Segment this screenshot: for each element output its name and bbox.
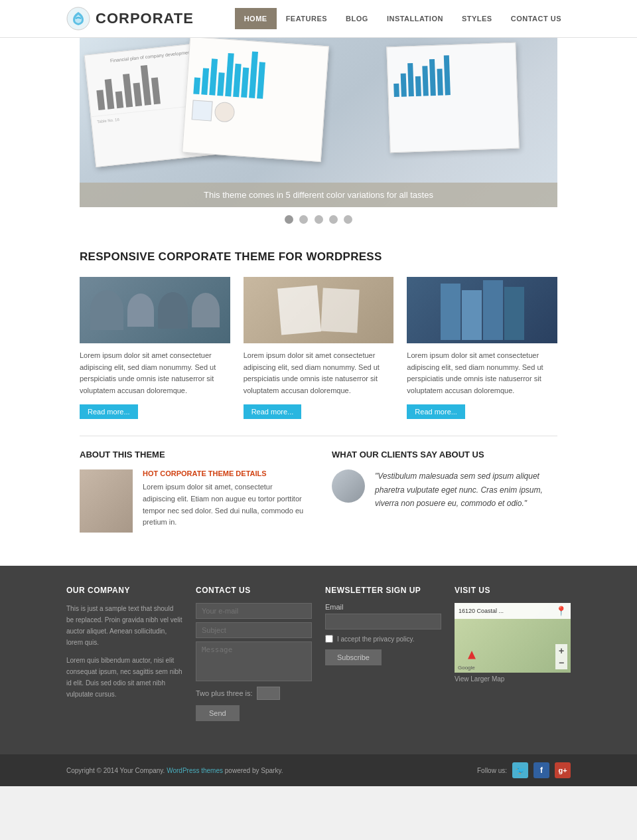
copyright-text: Copyright © 2014 Your Company. xyxy=(66,767,165,774)
nav-item-contact[interactable]: CONTACT US xyxy=(502,8,571,29)
dot-2[interactable] xyxy=(299,215,308,224)
col3-image xyxy=(407,277,557,343)
about-text: Lorem ipsum dolor sit amet, consectetur … xyxy=(143,481,305,528)
testimonial-section: WHAT OUR CLIENTS SAY ABOUT US "Vestibulu… xyxy=(332,450,557,533)
footer-newsletter: NEWSLETTER SIGN UP Email I accept the pr… xyxy=(325,586,441,721)
about-title: ABOUT THIS THEME xyxy=(80,450,305,460)
logo-text: CORPORATE xyxy=(96,10,194,27)
captcha-box[interactable] xyxy=(257,687,280,700)
send-button[interactable]: Send xyxy=(196,705,240,721)
nav-item-features[interactable]: FEATURES xyxy=(277,8,336,29)
col3-read-more[interactable]: Read more... xyxy=(407,404,465,419)
col3-text: Lorem ipsum dolor sit amet consectetuer … xyxy=(407,350,557,396)
copyright-area: Copyright © 2014 Your Company. WordPress… xyxy=(66,767,283,774)
contact-email-input[interactable] xyxy=(196,603,312,619)
privacy-label: I accept the privacy policy. xyxy=(337,635,415,643)
wordpress-link[interactable]: WordPress themes xyxy=(167,767,223,774)
dot-4[interactable] xyxy=(329,215,338,224)
map-label: 16120 Coastal ... xyxy=(459,608,504,614)
twitter-icon[interactable]: 🐦 xyxy=(512,762,528,778)
company-title: OUR COMPANY xyxy=(66,586,182,595)
col2-read-more[interactable]: Read more... xyxy=(244,404,302,419)
nav-item-styles[interactable]: STYLES xyxy=(453,8,502,29)
nav-item-blog[interactable]: BLOG xyxy=(336,8,378,29)
map-placeholder[interactable]: 16120 Coastal ... 📍 + − Google xyxy=(455,603,571,673)
three-columns: Lorem ipsum dolor sit amet consectetuer … xyxy=(80,277,557,419)
privacy-checkbox[interactable] xyxy=(325,635,333,643)
hero-caption: This theme comes in 5 different color va… xyxy=(80,183,557,207)
contact-title: CONTACT US xyxy=(196,586,312,595)
main-nav: HOME FEATURES BLOG INSTALLATION STYLES C… xyxy=(235,8,571,29)
col1-image xyxy=(80,277,230,343)
footer-bottom: Copyright © 2014 Your Company. WordPress… xyxy=(0,754,637,786)
nav-item-home[interactable]: HOME xyxy=(235,8,277,29)
column-1: Lorem ipsum dolor sit amet consectetuer … xyxy=(80,277,230,419)
col1-text: Lorem ipsum dolor sit amet consectetuer … xyxy=(80,350,230,396)
hero-image: Financial plan of company development Ta… xyxy=(80,38,557,207)
company-text1: This is just a sample text that should b… xyxy=(66,603,182,648)
logo: CORPORATE xyxy=(66,7,194,31)
visit-title: VISIT US xyxy=(455,586,571,595)
testimonial-avatar xyxy=(332,469,365,503)
hero-dots xyxy=(0,207,637,234)
logo-icon xyxy=(66,7,90,31)
nav-item-installation[interactable]: INSTALLATION xyxy=(378,8,453,29)
footer-contact: CONTACT US Two plus three is: Send xyxy=(196,586,312,721)
about-image xyxy=(80,469,133,533)
gplus-icon[interactable]: g+ xyxy=(555,762,571,778)
contact-message-input[interactable] xyxy=(196,641,312,681)
subscribe-button[interactable]: Subscribe xyxy=(325,649,382,665)
column-3: Lorem ipsum dolor sit amet consectetuer … xyxy=(407,277,557,419)
about-inner: HOT CORPORATE THEME DETAILS Lorem ipsum … xyxy=(80,469,305,533)
header: CORPORATE HOME FEATURES BLOG INSTALLATIO… xyxy=(0,0,637,38)
column-2: Lorem ipsum dolor sit amet consectetuer … xyxy=(244,277,394,419)
captcha-row: Two plus three is: xyxy=(196,687,312,700)
footer: OUR COMPANY This is just a sample text t… xyxy=(0,566,637,754)
contact-subject-input[interactable] xyxy=(196,622,312,638)
about-testimonial-row: ABOUT THIS THEME HOT CORPORATE THEME DET… xyxy=(80,450,557,533)
powered-text: powered by Sparky. xyxy=(225,767,283,774)
about-content: HOT CORPORATE THEME DETAILS Lorem ipsum … xyxy=(143,469,305,533)
divider xyxy=(80,436,557,436)
privacy-row: I accept the privacy policy. xyxy=(325,635,441,643)
map-link[interactable]: View Larger Map xyxy=(455,675,571,683)
dot-3[interactable] xyxy=(315,215,323,224)
newsletter-title: NEWSLETTER SIGN UP xyxy=(325,586,441,595)
col2-image xyxy=(244,277,394,343)
newsletter-email-input[interactable] xyxy=(325,614,441,630)
hero-section: Financial plan of company development Ta… xyxy=(0,38,637,234)
col1-read-more[interactable]: Read more... xyxy=(80,404,138,419)
footer-grid: OUR COMPANY This is just a sample text t… xyxy=(66,586,571,721)
main-content: RESPONSIVE CORPORATE THEME FOR WORDPRESS… xyxy=(0,234,637,566)
email-label: Email xyxy=(325,603,441,611)
dot-1[interactable] xyxy=(285,215,293,224)
footer-visit: VISIT US 16120 Coastal ... 📍 + − Google … xyxy=(455,586,571,721)
testimonial-title: WHAT OUR CLIENTS SAY ABOUT US xyxy=(332,450,557,460)
about-link[interactable]: HOT CORPORATE THEME DETAILS xyxy=(143,469,305,477)
dot-5[interactable] xyxy=(344,215,352,224)
company-text2: Lorem quis bibendum auctor, nisi elit co… xyxy=(66,655,182,700)
testimonial-inner: "Vestibulum malesuada sem sed ipsum aliq… xyxy=(332,469,557,510)
section-title: RESPONSIVE CORPORATE THEME FOR WORDPRESS xyxy=(80,250,557,264)
col2-text: Lorem ipsum dolor sit amet consectetuer … xyxy=(244,350,394,396)
captcha-label: Two plus three is: xyxy=(196,689,253,697)
follow-label: Follow us: xyxy=(477,767,507,774)
map-icon: 📍 xyxy=(555,606,567,616)
facebook-icon[interactable]: f xyxy=(533,762,549,778)
about-section: ABOUT THIS THEME HOT CORPORATE THEME DET… xyxy=(80,450,305,533)
testimonial-quote: "Vestibulum malesuada sem sed ipsum aliq… xyxy=(375,469,557,510)
footer-company: OUR COMPANY This is just a sample text t… xyxy=(66,586,182,721)
social-area: Follow us: 🐦 f g+ xyxy=(477,762,571,778)
